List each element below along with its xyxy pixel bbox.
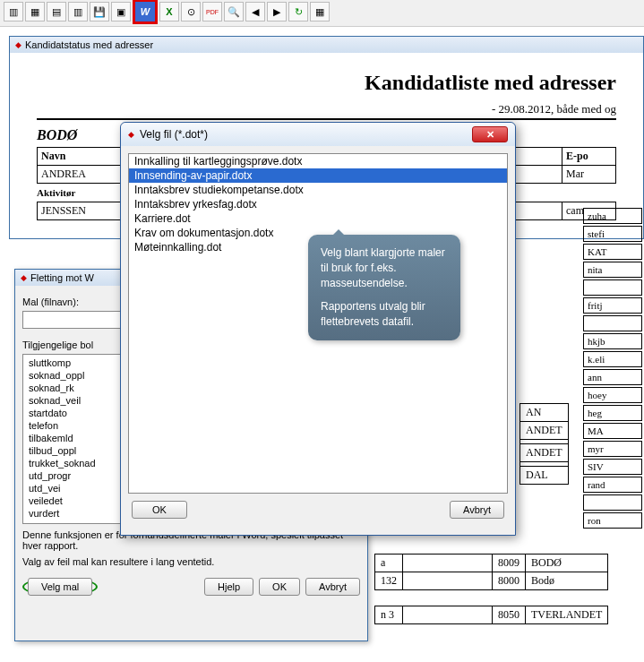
main-toolbar: ▥ ▦ ▤ ▥ 💾 ▣ W X ⊙ PDF 🔍 ◀ ▶ ↻ ▦ bbox=[0, 0, 644, 27]
hjelp-button[interactable]: Hjelp bbox=[204, 578, 253, 596]
velg-fil-dialog: ◆ Velg fil (*.dot*) ✕ Innkalling til kar… bbox=[120, 122, 516, 536]
file-item[interactable]: Karriere.dot bbox=[129, 211, 507, 226]
note-2: Valg av feil mal kan resultere i lang ve… bbox=[22, 556, 360, 567]
toolbar-btn-4[interactable]: ▥ bbox=[68, 2, 88, 21]
toolbar-btn-6[interactable]: ▣ bbox=[111, 2, 131, 21]
file-item[interactable]: Inntaksbrev yrkesfag.dotx bbox=[129, 197, 507, 211]
velg-titlebar: ◆ Velg fil (*.dot*) ✕ bbox=[121, 123, 515, 146]
zoom-icon[interactable]: 🔍 bbox=[224, 2, 244, 21]
side-email-fragments: zuha stefi KAT nita fritj hkjb k.eli ann… bbox=[581, 206, 644, 530]
report-window-title: ◆ Kandidatstatus med adresser bbox=[10, 37, 643, 53]
report-subtitle: - 29.08.2012, både med og bbox=[37, 102, 616, 120]
file-item-selected[interactable]: Innsending-av-papir.dotx bbox=[129, 168, 507, 183]
window-icon: ◆ bbox=[21, 273, 27, 282]
prev-icon[interactable]: ◀ bbox=[245, 2, 265, 21]
ok-button[interactable]: OK bbox=[259, 578, 300, 596]
avbryt-button[interactable]: Avbryt bbox=[305, 578, 360, 596]
close-icon[interactable]: ✕ bbox=[472, 126, 508, 142]
toolbar-btn-3[interactable]: ▤ bbox=[47, 2, 66, 21]
bottom-frag: a 8009 BODØ 132 8000 Bodø n 3 8050 TVERL… bbox=[374, 554, 608, 624]
toolbar-btn-1[interactable]: ▥ bbox=[4, 2, 23, 21]
window-icon: ◆ bbox=[15, 40, 21, 49]
col-epost: E-po bbox=[562, 148, 616, 166]
cell-mail-1: Mar bbox=[562, 166, 616, 184]
velg-ok-button[interactable]: OK bbox=[132, 501, 187, 519]
file-listbox[interactable]: Innkalling til kartleggingsprøve.dotx In… bbox=[128, 153, 508, 494]
refresh-icon[interactable]: ↻ bbox=[288, 2, 308, 21]
excel-icon[interactable]: X bbox=[159, 2, 179, 21]
window-icon: ◆ bbox=[128, 130, 134, 139]
word-export-icon[interactable]: W bbox=[133, 0, 158, 24]
save-icon[interactable]: 💾 bbox=[90, 2, 109, 21]
report-heading: Kandidatliste med adresser bbox=[37, 71, 616, 95]
toolbar-btn-15[interactable]: ▦ bbox=[310, 2, 330, 21]
velg-mal-highlight: Velg mal bbox=[22, 578, 98, 596]
file-item[interactable]: Inntaksbrev studiekompetanse.dotx bbox=[129, 183, 507, 197]
toolbar-btn-2[interactable]: ▦ bbox=[25, 2, 45, 21]
report-title-text: Kandidatstatus med adresser bbox=[25, 39, 153, 50]
next-icon[interactable]: ▶ bbox=[267, 2, 287, 21]
toolbar-btn-9[interactable]: ⊙ bbox=[181, 2, 201, 21]
mid-table-fragment: AN ANDET ANDET DAL bbox=[519, 403, 569, 485]
file-item[interactable]: Innkalling til kartleggingsprøve.dotx bbox=[129, 154, 507, 168]
velg-title-text: Velg fil (*.dot*) bbox=[140, 128, 208, 141]
pdf-icon[interactable]: PDF bbox=[202, 2, 222, 21]
help-tooltip: Velg blant klargjorte maler til bruk for… bbox=[308, 235, 460, 340]
velg-avbryt-button[interactable]: Avbryt bbox=[450, 501, 504, 519]
velg-mal-button[interactable]: Velg mal bbox=[28, 578, 92, 596]
